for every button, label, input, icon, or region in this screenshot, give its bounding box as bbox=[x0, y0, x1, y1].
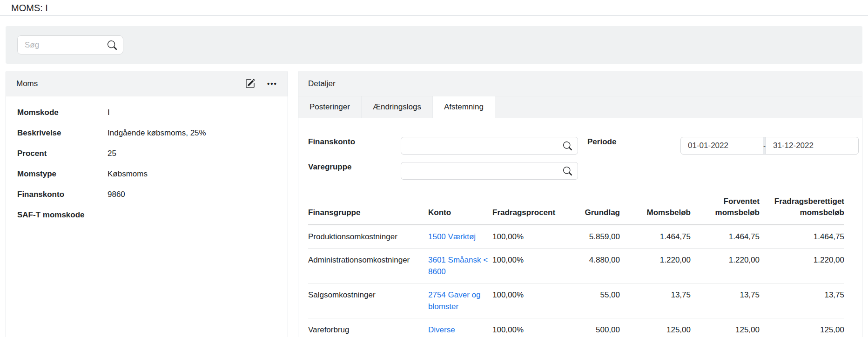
table-header-row: FinansgruppeKontoFradragsprocentGrundlag… bbox=[308, 196, 844, 225]
top-bar: MOMS: I bbox=[0, 0, 868, 16]
afstemning-table: FinansgruppeKontoFradragsprocentGrundlag… bbox=[308, 196, 844, 337]
field-label: Finanskonto bbox=[17, 189, 108, 200]
cell-forventet-momsbelob: 13,75 bbox=[691, 283, 760, 318]
cell-grundlag: 5.859,00 bbox=[560, 225, 620, 249]
cell-fradragsberettiget-momsbelob: 1.220,00 bbox=[760, 249, 844, 283]
cell-grundlag: 55,00 bbox=[560, 283, 620, 318]
periode-daterange: - bbox=[680, 137, 859, 155]
cell-finansgruppe: Produktionsomkostninger bbox=[308, 225, 428, 249]
col-header-fradragsprocent: Fradragsprocent bbox=[492, 196, 560, 225]
field-value: I bbox=[108, 107, 110, 118]
page-title: MOMS: I bbox=[11, 3, 48, 13]
table-row: Salgsomkostninger2754 Gaver og blomster1… bbox=[308, 283, 844, 318]
field-row: BeskrivelseIndgående købsmoms, 25% bbox=[17, 127, 276, 139]
moms-panel-actions: ••• bbox=[245, 79, 277, 89]
field-label: Beskrivelse bbox=[17, 127, 108, 139]
field-value: 9860 bbox=[108, 189, 125, 200]
finanskonto-input[interactable] bbox=[401, 137, 578, 154]
tab-ndringslogs[interactable]: Ændringslogs bbox=[362, 96, 433, 118]
field-row: MomskodeI bbox=[17, 107, 276, 118]
field-row: SAF-T momskode bbox=[17, 209, 276, 221]
cell-fradragsberettiget-momsbelob: 125,00 bbox=[760, 318, 844, 337]
cell-forventet-momsbelob: 1.220,00 bbox=[691, 249, 760, 283]
table-row: Administrationsomkostninger3601 Småansk … bbox=[308, 249, 844, 283]
cell-grundlag: 500,00 bbox=[560, 318, 620, 337]
col-header-grundlag: Grundlag bbox=[560, 196, 620, 225]
cell-fradragsprocent: 100,00% bbox=[492, 318, 560, 337]
cell-momsbelob: 13,75 bbox=[620, 283, 691, 318]
cell-finansgruppe: Salgsomkostninger bbox=[308, 283, 428, 318]
cell-konto: 3601 Småansk < 8600 bbox=[428, 249, 492, 283]
varegruppe-input[interactable] bbox=[401, 162, 578, 179]
cell-grundlag: 4.880,00 bbox=[560, 249, 620, 283]
details-panel-title: Detaljer bbox=[308, 79, 336, 88]
field-row: Procent25 bbox=[17, 148, 276, 159]
field-label: Momskode bbox=[17, 107, 108, 118]
varegruppe-filter-label: Varegruppe bbox=[308, 161, 352, 173]
cell-momsbelob: 1.220,00 bbox=[620, 249, 691, 283]
field-value: 25 bbox=[108, 148, 116, 159]
details-tabbar: PosteringerÆndringslogsAfstemning bbox=[298, 96, 862, 118]
cell-fradragsprocent: 100,00% bbox=[492, 283, 560, 318]
table-body: Produktionsomkostninger1500 Værktøj100,0… bbox=[308, 225, 844, 337]
search-section bbox=[6, 26, 862, 64]
cell-fradragsberettiget-momsbelob: 13,75 bbox=[760, 283, 844, 318]
field-label: Momstype bbox=[17, 168, 108, 180]
cell-fradragsberettiget-momsbelob: 1.464,75 bbox=[760, 225, 844, 249]
search-icon[interactable] bbox=[108, 40, 117, 50]
table-row: Produktionsomkostninger1500 Værktøj100,0… bbox=[308, 225, 844, 249]
col-header-finansgruppe: Finansgruppe bbox=[308, 196, 428, 225]
konto-link[interactable]: 2754 Gaver og blomster bbox=[428, 290, 480, 311]
details-panel-header: Detaljer bbox=[298, 71, 862, 96]
ellipsis-menu-icon[interactable]: ••• bbox=[267, 79, 277, 89]
field-value: Købsmoms bbox=[108, 168, 148, 180]
field-row: MomstypeKøbsmoms bbox=[17, 168, 276, 180]
col-header-forventet-momsbelob: Forventet momsbeløb bbox=[691, 196, 760, 225]
cell-finansgruppe: Vareforbrug bbox=[308, 318, 428, 337]
cell-konto: Diverse bbox=[428, 318, 492, 337]
tab-posteringer[interactable]: Posteringer bbox=[298, 96, 362, 118]
cell-konto: 1500 Værktøj bbox=[428, 225, 492, 249]
cell-finansgruppe: Administrationsomkostninger bbox=[308, 249, 428, 283]
edit-icon[interactable] bbox=[245, 79, 255, 89]
col-header-momsbelob: Momsbeløb bbox=[620, 196, 691, 225]
konto-link[interactable]: 3601 Småansk < 8600 bbox=[428, 256, 488, 276]
cell-momsbelob: 1.464,75 bbox=[620, 225, 691, 249]
col-header-fradragsberettiget-momsbelob: Fradragsberettiget momsbeløb bbox=[760, 196, 844, 225]
periode-from-input[interactable] bbox=[681, 137, 763, 154]
moms-panel: Moms ••• MomskodeIBeskrivelseIndgående k… bbox=[6, 71, 288, 337]
cell-fradragsprocent: 100,00% bbox=[492, 225, 560, 249]
tab-afstemning[interactable]: Afstemning bbox=[433, 96, 495, 118]
cell-konto: 2754 Gaver og blomster bbox=[428, 283, 492, 318]
konto-link[interactable]: Diverse bbox=[428, 325, 455, 334]
finanskonto-search-icon[interactable] bbox=[563, 142, 572, 150]
cell-fradragsprocent: 100,00% bbox=[492, 249, 560, 283]
periode-filter-label: Periode bbox=[587, 136, 616, 148]
varegruppe-lookup[interactable] bbox=[401, 162, 578, 180]
field-value: Indgående købsmoms, 25% bbox=[108, 127, 206, 139]
field-label: Procent bbox=[17, 148, 108, 159]
field-row: Finanskonto9860 bbox=[17, 189, 276, 200]
field-label: SAF-T momskode bbox=[17, 209, 108, 221]
moms-panel-title: Moms bbox=[16, 79, 38, 88]
cell-momsbelob: 125,00 bbox=[620, 318, 691, 337]
moms-panel-header: Moms ••• bbox=[6, 71, 288, 96]
finanskonto-lookup[interactable] bbox=[401, 137, 578, 155]
varegruppe-search-icon[interactable] bbox=[563, 167, 572, 175]
table-row: VareforbrugDiverse100,00%500,00125,00125… bbox=[308, 318, 844, 337]
cell-forventet-momsbelob: 1.464,75 bbox=[691, 225, 760, 249]
periode-to-input[interactable] bbox=[766, 137, 859, 154]
col-header-konto: Konto bbox=[428, 196, 492, 225]
konto-link[interactable]: 1500 Værktøj bbox=[428, 232, 476, 241]
finanskonto-filter-label: Finanskonto bbox=[308, 136, 355, 148]
moms-fields: MomskodeIBeskrivelseIndgående købsmoms, … bbox=[6, 96, 288, 240]
periode-separator: - bbox=[763, 137, 766, 154]
afstemning-tab-content: Finanskonto Varegruppe Periode - bbox=[298, 118, 862, 337]
details-panel: Detaljer PosteringerÆndringslogsAfstemni… bbox=[298, 71, 862, 337]
global-search-box[interactable] bbox=[17, 35, 123, 54]
cell-forventet-momsbelob: 125,00 bbox=[691, 318, 760, 337]
